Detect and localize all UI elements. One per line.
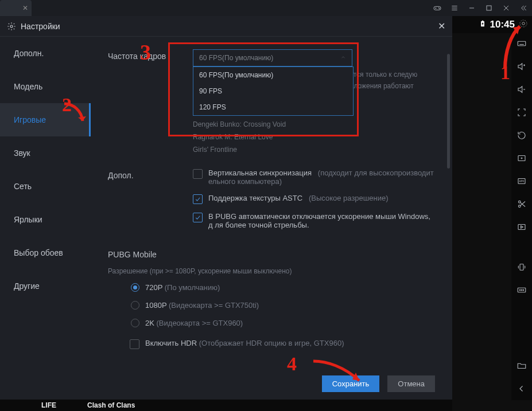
emulator-gear-icon[interactable] bbox=[518, 18, 529, 31]
radio-720p[interactable] bbox=[131, 283, 139, 292]
svg-point-15 bbox=[522, 22, 525, 25]
row-vsync: Вертикальная синхронизация (подходит для… bbox=[193, 169, 435, 186]
row-2k: 2K (Видеокарта >= GTX960) bbox=[108, 319, 435, 327]
chevron-up-icon bbox=[340, 54, 346, 62]
svg-point-35 bbox=[518, 201, 521, 203]
svg-rect-39 bbox=[518, 225, 525, 230]
framerate-game-list: Dengeki Bunko: Crossing Void Ragnarok M:… bbox=[193, 118, 435, 156]
keyboard-icon[interactable] bbox=[516, 38, 527, 49]
section-framerate: Частота кадров 60 FPS(По умолчанию) 60 F… bbox=[108, 49, 435, 156]
shake-icon[interactable] bbox=[516, 261, 527, 273]
svg-rect-41 bbox=[520, 264, 523, 271]
row-pubg-accel: В PUBG автоматически отключается ускорен… bbox=[193, 212, 435, 229]
rotate-icon[interactable] bbox=[516, 130, 527, 141]
pubg-heading: PUBG Mobile bbox=[108, 250, 435, 259]
gamepad-icon[interactable] bbox=[429, 0, 446, 16]
pubg-accel-label: В PUBG автоматически отключается ускорен… bbox=[208, 212, 435, 229]
cancel-button[interactable]: Отмена bbox=[387, 375, 435, 392]
scissors-icon[interactable] bbox=[516, 198, 527, 210]
settings-content: Частота кадров 60 FPS(По умолчанию) 60 F… bbox=[91, 37, 452, 400]
radio-1080p[interactable] bbox=[131, 301, 139, 310]
taskbar-strip: LIFE Clash of Clans bbox=[0, 400, 452, 411]
sidebar-item-extras[interactable]: Дополн. bbox=[0, 37, 91, 70]
pubg-res-note: Разрешение (при >= 1080P, ускорение мыши… bbox=[108, 267, 435, 275]
sidebar-item-label: Сеть bbox=[14, 182, 32, 191]
sidebar-item-label: Выбор обоев bbox=[14, 248, 63, 257]
extras-label: Допол. bbox=[108, 169, 193, 237]
checkbox-vsync[interactable] bbox=[193, 169, 203, 179]
checkbox-pubg-accel[interactable] bbox=[193, 213, 203, 222]
svg-rect-18 bbox=[518, 41, 526, 46]
side-toolbar: APK bbox=[511, 33, 532, 400]
sidebar-item-label: Звук bbox=[14, 148, 30, 158]
settings-sidebar: Дополн. Модель Игровые Звук Сеть Ярлыки … bbox=[0, 37, 91, 400]
svg-marker-28 bbox=[518, 87, 522, 93]
collapse-sidebar-button[interactable] bbox=[515, 0, 532, 16]
save-button[interactable]: Сохранить bbox=[322, 375, 380, 392]
menu-icon[interactable] bbox=[446, 0, 463, 16]
sidebar-item-wallpaper[interactable]: Выбор обоев bbox=[0, 236, 91, 269]
row-1080p: 1080P (Видеокарта >= GTX750ti) bbox=[108, 301, 435, 310]
row-hdr: Включить HDR (Отображает HDR опцию в игр… bbox=[108, 339, 435, 349]
back-icon[interactable] bbox=[516, 383, 527, 394]
framerate-option[interactable]: 120 FPS bbox=[193, 99, 353, 115]
framerate-option[interactable]: 60 FPS(По умолчанию) bbox=[193, 67, 353, 83]
svg-point-45 bbox=[523, 289, 524, 291]
settings-close-button[interactable]: ✕ bbox=[438, 21, 445, 32]
list-item: Girls' Frontline bbox=[193, 143, 435, 156]
multi-instance-icon[interactable] bbox=[516, 152, 527, 164]
framerate-note: сится только к следую риложения работают bbox=[346, 69, 438, 92]
record-icon[interactable] bbox=[516, 221, 527, 233]
sidebar-item-network[interactable]: Сеть bbox=[0, 170, 91, 203]
battery-icon bbox=[479, 18, 487, 31]
settings-title: Настройки bbox=[21, 22, 60, 31]
checkbox-hdr[interactable] bbox=[130, 339, 139, 349]
sidebar-item-shortcuts[interactable]: Ярлыки bbox=[0, 203, 91, 236]
settings-header: Настройки ✕ bbox=[0, 16, 452, 37]
maximize-button[interactable] bbox=[480, 0, 498, 16]
section-extras: Допол. Вертикальная синхронизация (подхо… bbox=[108, 169, 435, 237]
volume-up-icon[interactable] bbox=[516, 61, 527, 72]
svg-point-44 bbox=[521, 289, 522, 291]
sidebar-item-label: Дополн. bbox=[14, 49, 44, 58]
row-720p: 720P (По умолчанию) bbox=[108, 283, 435, 292]
framerate-options: 60 FPS(По умолчанию) 90 FPS 120 FPS bbox=[193, 66, 354, 116]
svg-rect-13 bbox=[481, 21, 483, 21]
gear-icon bbox=[7, 22, 16, 31]
sidebar-item-other[interactable]: Другие bbox=[0, 269, 91, 303]
scrollbar[interactable] bbox=[447, 54, 450, 169]
sidebar-item-sound[interactable]: Звук bbox=[0, 136, 91, 170]
sidebar-item-label: Модель bbox=[14, 82, 42, 91]
volume-down-icon[interactable] bbox=[516, 84, 527, 95]
titlebar: ✕ bbox=[0, 0, 532, 16]
svg-point-36 bbox=[518, 205, 521, 208]
fullscreen-icon[interactable] bbox=[516, 107, 527, 118]
list-item: Ragnarok M: Eternal Love bbox=[193, 131, 435, 143]
tab-close-icon[interactable]: ✕ bbox=[22, 4, 28, 12]
sidebar-item-label: Ярлыки bbox=[14, 215, 42, 224]
svg-marker-40 bbox=[521, 226, 523, 229]
apk-icon[interactable]: APK bbox=[516, 175, 527, 187]
svg-marker-25 bbox=[518, 64, 522, 70]
sidebar-item-model[interactable]: Модель bbox=[0, 70, 91, 103]
vsync-label: Вертикальная синхронизация (подходит для… bbox=[208, 169, 435, 186]
framerate-dropdown[interactable]: 60 FPS(По умолчанию) 60 FPS(По умолчанию… bbox=[193, 49, 352, 66]
row-astc: Поддержка текстуры ASTC (Высокое разреше… bbox=[193, 194, 435, 204]
app-tab[interactable]: ✕ bbox=[0, 0, 32, 16]
more-icon[interactable] bbox=[516, 284, 527, 296]
sidebar-item-label: Другие bbox=[14, 281, 40, 291]
svg-text:APK: APK bbox=[519, 180, 524, 183]
checkbox-astc[interactable] bbox=[193, 194, 203, 204]
framerate-option[interactable]: 90 FPS bbox=[193, 83, 353, 99]
svg-rect-9 bbox=[487, 6, 491, 10]
settings-window: Настройки ✕ Дополн. Модель Игровые Звук … bbox=[0, 16, 452, 400]
annotation-1: 1 bbox=[500, 62, 510, 84]
minimize-button[interactable] bbox=[463, 0, 480, 16]
framerate-label: Частота кадров bbox=[108, 49, 193, 156]
radio-2k[interactable] bbox=[131, 319, 139, 327]
svg-point-4 bbox=[439, 8, 440, 9]
close-button[interactable] bbox=[498, 0, 515, 16]
sidebar-item-game[interactable]: Игровые bbox=[0, 103, 91, 136]
folder-icon[interactable] bbox=[516, 360, 527, 371]
framerate-selected: 60 FPS(По умолчанию) bbox=[199, 54, 273, 62]
